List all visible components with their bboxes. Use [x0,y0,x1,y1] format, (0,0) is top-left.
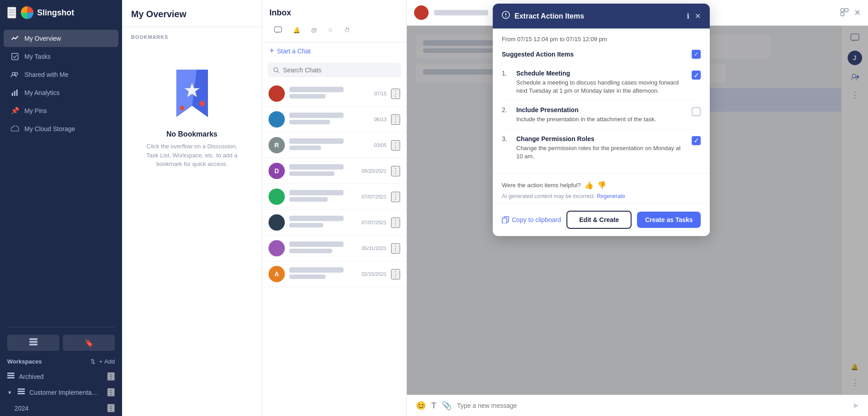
start-chat-button[interactable]: + Start a Chat [262,43,406,59]
message-input[interactable] [457,402,847,409]
overview-panel: My Overview BOOKMARKS No Bookmarks [122,0,262,416]
chat-item[interactable]: 05/31/2021 ⋮ [262,236,406,261]
logo-icon [21,6,33,19]
inbox-tab-star[interactable]: ☆ [323,23,338,37]
chat-preview-blur [289,197,328,202]
avatar [414,5,429,20]
inbox-tab-mention[interactable]: @ [307,23,321,37]
ai-note: AI generated content may be incorrect. R… [502,193,701,199]
inbox-tabs: 🔔 @ ☆ ⏱ [269,23,399,37]
chat-item[interactable]: 07/15 ⋮ [262,81,406,107]
svg-point-19 [274,68,278,72]
bookmark-button[interactable]: 🔖 [63,335,115,351]
chat-item[interactable]: 07/07/2021 ⋮ [262,210,406,236]
attachment-button[interactable]: 📎 [442,401,452,411]
action-item-1: 1. Schedule Meeting Schedule a meeting t… [502,64,701,101]
svg-rect-5 [16,90,18,96]
workspace-more-button[interactable]: ⋮ [107,404,115,412]
action-item-checkbox-1[interactable]: ✓ [692,71,701,80]
layers-button[interactable] [7,335,59,351]
suggested-label-row: Suggested Action Items ✓ [502,50,701,59]
sidebar-item-overview[interactable]: My Overview [4,30,118,47]
add-workspace-button[interactable]: + Add [99,358,115,365]
overview-title: My Overview [131,9,253,19]
pins-icon: 📌 [11,107,19,115]
avatar: R [269,137,285,153]
chat-more-button[interactable]: ⋮ [391,140,400,151]
action-item-checkbox-3[interactable]: ✓ [692,136,701,145]
workspace-more-button[interactable]: ⋮ [107,388,115,397]
expand-chat-button[interactable] [840,8,849,18]
action-item-desc: Change the permission roles for the pres… [516,144,686,161]
sidebar-item-label: Shared with Me [24,71,68,78]
modal-date-range: From 07/15 12:04 pm to 07/15 12:09 pm [502,36,701,43]
action-item-title: Change Permission Roles [516,135,686,142]
feedback-row: Were the action items helpful? 👍 👎 [502,181,701,189]
thumbs-up-button[interactable]: 👍 [585,181,594,189]
text-format-button[interactable]: T [431,401,436,411]
chat-item[interactable]: D 09/20/2021 ⋮ [262,158,406,184]
chat-more-button[interactable]: ⋮ [391,114,400,125]
inbox-tab-history[interactable]: ⏱ [340,23,354,37]
chat-item[interactable]: 07/07/2021 ⋮ [262,184,406,210]
sidebar-item-analytics[interactable]: My Analytics [4,84,118,101]
edit-create-button[interactable]: Edit & Create [566,211,632,229]
chat-preview-blur [289,249,332,253]
svg-rect-14 [18,393,25,394]
hamburger-icon[interactable]: ☰ [7,7,16,19]
inbox-tab-chat[interactable] [269,23,287,37]
sidebar-item-cloud[interactable]: My Cloud Storage [4,120,118,137]
sidebar-item-shared[interactable]: Shared with Me [4,66,118,83]
chat-more-button[interactable]: ⋮ [391,166,400,176]
workspace-2024[interactable]: 2024 ⋮ [0,400,122,416]
chat-preview-blur [289,146,321,150]
chat-info [289,241,357,255]
chat-more-button[interactable]: ⋮ [391,89,400,99]
inbox-tab-bell[interactable]: 🔔 [288,23,305,37]
chat-more-button[interactable]: ⋮ [391,269,400,279]
chat-preview-blur [289,171,335,176]
chat-item[interactable]: A 02/15/2021 ⋮ [262,261,406,287]
close-chat-button[interactable]: ✕ [854,8,861,18]
info-button[interactable]: ℹ [687,12,689,20]
sort-workspaces-button[interactable]: ⇅ [90,358,95,365]
regenerate-link[interactable]: Regenerate [597,193,625,199]
app-name: Slingshot [37,8,74,18]
workspace-more-button[interactable]: ⋮ [107,372,115,381]
create-tasks-label: Create as Tasks [645,216,693,223]
chat-more-button[interactable]: ⋮ [391,192,400,202]
search-chats-input[interactable] [283,66,396,74]
create-tasks-button[interactable]: Create as Tasks [637,212,701,228]
extract-action-items-modal: Extract Action Items ℹ ✕ From 07/15 12:0… [493,4,710,236]
sidebar-item-tasks[interactable]: My Tasks [4,48,118,65]
chat-more-button[interactable]: ⋮ [391,217,400,228]
copy-clipboard-button[interactable]: Copy to clipboard [502,216,561,223]
chat-name-blur [289,216,344,221]
start-chat-label: Start a Chat [277,47,311,55]
emoji-button[interactable]: 😊 [416,401,426,411]
thumbs-down-button[interactable]: 👎 [597,181,606,189]
action-item-checkbox-2[interactable] [692,107,701,116]
modal-header-icon [502,11,510,21]
no-bookmarks-area: No Bookmarks Click the overflow on a Dis… [131,47,253,187]
chat-more-button[interactable]: ⋮ [391,243,400,254]
svg-point-2 [15,72,18,75]
chat-name-blur [289,190,344,195]
avatar [269,214,285,231]
close-modal-button[interactable]: ✕ [695,12,701,20]
workspace-archived[interactable]: Archived ⋮ [0,369,122,384]
chat-date: 06/13 [374,117,387,122]
send-button[interactable]: ➤ [852,401,859,411]
select-all-checkbox[interactable]: ✓ [692,50,701,59]
action-item-content: Change Permission Roles Change the permi… [516,135,686,161]
workspace-customer[interactable]: ▼ Customer Implementa... ⋮ [0,384,122,400]
sidebar-item-pins[interactable]: 📌 My Pins [4,102,118,119]
chat-item[interactable]: R 03/05 ⋮ [262,132,406,158]
svg-rect-23 [841,13,844,16]
modal-footer: Copy to clipboard Edit & Create Create a… [493,203,710,236]
avatar [269,85,285,102]
search-chats-container [268,63,401,77]
no-bookmarks-desc: Click the overflow on a Discussion, Task… [140,142,244,169]
no-bookmarks-title: No Bookmarks [166,130,217,138]
chat-item[interactable]: 06/13 ⋮ [262,107,406,132]
